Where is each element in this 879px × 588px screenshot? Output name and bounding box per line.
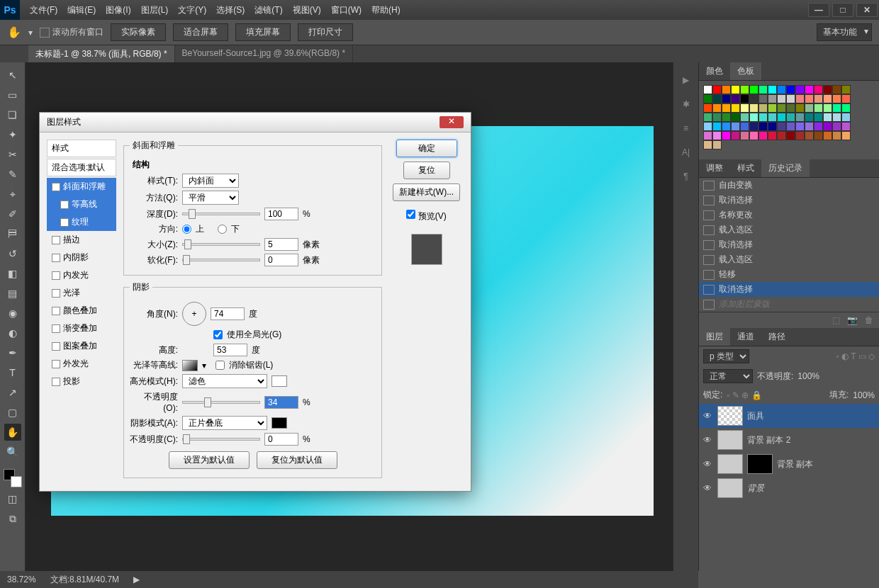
layer-item[interactable]: 👁面具 bbox=[699, 404, 879, 428]
swatch[interactable] bbox=[795, 94, 805, 103]
swatch[interactable] bbox=[749, 122, 758, 131]
swatch[interactable] bbox=[740, 122, 749, 131]
swatch[interactable] bbox=[749, 94, 758, 103]
fg-bg-colors[interactable] bbox=[4, 469, 22, 487]
history-item[interactable]: 自由变换 bbox=[699, 178, 879, 193]
swatch[interactable] bbox=[758, 94, 768, 103]
swatch[interactable] bbox=[777, 103, 786, 113]
expand-icon[interactable]: ▶ bbox=[683, 75, 689, 85]
swatch[interactable] bbox=[786, 94, 795, 103]
swatch[interactable] bbox=[805, 103, 814, 113]
close-button[interactable]: ✕ bbox=[856, 3, 878, 17]
brush-panel-icon[interactable]: ✱ bbox=[683, 99, 690, 109]
swatch[interactable] bbox=[841, 122, 851, 131]
swatch[interactable] bbox=[749, 131, 758, 140]
menu-item[interactable]: 帮助(H) bbox=[371, 4, 401, 16]
adjustments-tab[interactable]: 调整 bbox=[699, 159, 730, 177]
history-brush-tool-icon[interactable]: ↺ bbox=[4, 245, 21, 262]
swatch[interactable] bbox=[703, 103, 712, 113]
swatch[interactable] bbox=[795, 131, 805, 140]
swatch[interactable] bbox=[777, 94, 786, 103]
swatch[interactable] bbox=[758, 85, 768, 94]
swatch[interactable] bbox=[712, 122, 722, 131]
paths-tab[interactable]: 路径 bbox=[761, 328, 793, 346]
swatch[interactable] bbox=[703, 113, 712, 122]
swatch[interactable] bbox=[841, 85, 851, 94]
layers-tab[interactable]: 图层 bbox=[699, 328, 730, 346]
swatch[interactable] bbox=[823, 122, 832, 131]
swatch[interactable] bbox=[703, 94, 712, 103]
workspace-preset[interactable]: 基本功能 bbox=[817, 23, 872, 41]
swatch[interactable] bbox=[722, 94, 731, 103]
swatch[interactable] bbox=[786, 113, 795, 122]
swatch[interactable] bbox=[768, 94, 777, 103]
style-item[interactable]: 斜面和浮雕 bbox=[47, 178, 116, 196]
history-item[interactable]: 载入选区 bbox=[699, 252, 879, 267]
swatch[interactable] bbox=[712, 85, 722, 94]
fill-screen-button[interactable]: 填充屏幕 bbox=[235, 23, 291, 41]
swatch[interactable] bbox=[814, 113, 823, 122]
opacity-value[interactable]: 100% bbox=[797, 371, 819, 381]
swatch[interactable] bbox=[740, 113, 749, 122]
swatch[interactable] bbox=[703, 122, 712, 131]
sh-opacity-input[interactable] bbox=[264, 433, 298, 446]
swatch[interactable] bbox=[740, 131, 749, 140]
layer-item[interactable]: 👁背景 副本 2 bbox=[699, 428, 879, 452]
swatch[interactable] bbox=[805, 94, 814, 103]
lasso-tool-icon[interactable]: ❏ bbox=[4, 106, 21, 123]
size-input[interactable] bbox=[264, 238, 298, 251]
swatch[interactable] bbox=[795, 113, 805, 122]
soften-slider[interactable] bbox=[182, 259, 260, 261]
dir-down-radio[interactable] bbox=[218, 225, 227, 234]
menu-item[interactable]: 窗口(W) bbox=[331, 4, 362, 16]
swatch[interactable] bbox=[758, 103, 768, 113]
dir-up-radio[interactable] bbox=[182, 225, 191, 234]
crop-tool-icon[interactable]: ✂ bbox=[4, 146, 21, 163]
style-item[interactable]: 纹理 bbox=[47, 213, 116, 231]
history-item[interactable]: 取消选择 bbox=[699, 282, 879, 297]
history-tab[interactable]: 历史记录 bbox=[761, 159, 810, 177]
history-item[interactable]: 取消选择 bbox=[699, 237, 879, 252]
layer-item[interactable]: 👁背景 副本 bbox=[699, 452, 879, 476]
swatch[interactable] bbox=[712, 140, 722, 149]
doc-tab-1[interactable]: 未标题-1 @ 38.7% (面具, RGB/8) * bbox=[28, 45, 175, 62]
swatch[interactable] bbox=[786, 85, 795, 94]
history-item[interactable]: 添加图层蒙版 bbox=[699, 297, 879, 312]
style-item[interactable]: 描边 bbox=[47, 231, 116, 249]
menu-item[interactable]: 视图(V) bbox=[293, 4, 321, 16]
eraser-tool-icon[interactable]: ◧ bbox=[4, 265, 21, 282]
swatch[interactable] bbox=[805, 85, 814, 94]
swatches-tab[interactable]: 色板 bbox=[730, 62, 761, 80]
menu-item[interactable]: 图像(I) bbox=[106, 4, 130, 16]
dialog-close-button[interactable]: ✕ bbox=[440, 116, 464, 128]
swatch[interactable] bbox=[731, 131, 740, 140]
path-tool-icon[interactable]: ↗ bbox=[4, 384, 21, 401]
angle-dial[interactable]: + bbox=[182, 302, 206, 326]
trash-icon[interactable]: 🗑 bbox=[865, 315, 873, 325]
stamp-tool-icon[interactable]: ⛿ bbox=[4, 225, 21, 242]
swatch[interactable] bbox=[814, 94, 823, 103]
menu-item[interactable]: 图层(L) bbox=[141, 4, 169, 16]
actual-pixels-button[interactable]: 实际像素 bbox=[111, 23, 166, 41]
visibility-icon[interactable]: 👁 bbox=[703, 435, 713, 445]
swatch[interactable] bbox=[758, 131, 768, 140]
pen-tool-icon[interactable]: ✒ bbox=[4, 344, 21, 361]
history-item[interactable]: 名称更改 bbox=[699, 208, 879, 222]
menu-item[interactable]: 滤镜(T) bbox=[254, 4, 282, 16]
depth-input[interactable] bbox=[264, 208, 298, 220]
styles-header[interactable]: 样式 bbox=[47, 140, 116, 157]
shadow-mode-select[interactable]: 正片叠底 bbox=[182, 416, 267, 430]
swatch[interactable] bbox=[749, 85, 758, 94]
style-item[interactable]: 内阴影 bbox=[47, 249, 116, 266]
bevel-style-select[interactable]: 内斜面 bbox=[182, 174, 239, 188]
swatch[interactable] bbox=[795, 122, 805, 131]
swatch[interactable] bbox=[832, 85, 841, 94]
swatch[interactable] bbox=[722, 113, 731, 122]
swatch[interactable] bbox=[832, 113, 841, 122]
visibility-icon[interactable]: 👁 bbox=[703, 459, 713, 469]
swatch[interactable] bbox=[841, 103, 851, 113]
a-panel-icon[interactable]: A| bbox=[682, 147, 690, 157]
swatch[interactable] bbox=[722, 131, 731, 140]
swatch[interactable] bbox=[786, 131, 795, 140]
blend-mode-select[interactable]: 正常 bbox=[703, 369, 753, 383]
